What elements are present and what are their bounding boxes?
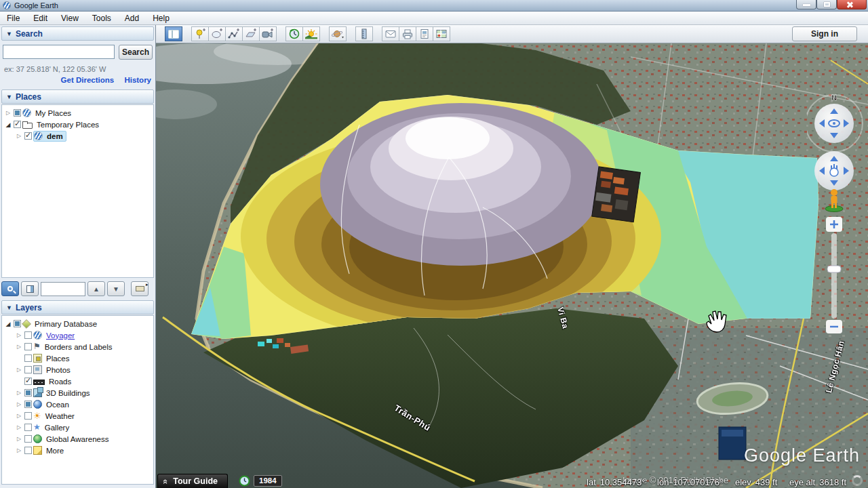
historical-imagery-clock-icon[interactable] (239, 475, 250, 487)
checkbox[interactable] (24, 447, 32, 454)
historical-imagery-button[interactable] (285, 26, 303, 41)
tree-item-label[interactable]: 3D Buildings (43, 388, 93, 398)
tree-item-label[interactable]: Places (43, 354, 73, 363)
sidebar-toggle-button[interactable] (165, 26, 182, 41)
search-button[interactable]: Search (119, 45, 153, 60)
tree-item-label[interactable]: Temporary Places (34, 120, 102, 129)
tree-item-label[interactable]: Gallery (42, 423, 72, 432)
layers-item-borders-and-labels[interactable]: ▷ ⚑ Borders and Labels (13, 341, 153, 352)
expander-icon[interactable]: ▷ (16, 344, 22, 350)
tree-item-label[interactable]: Voyager (43, 331, 77, 340)
add-path-button[interactable] (225, 26, 243, 41)
checkbox[interactable] (14, 320, 21, 327)
tree-item-label[interactable]: Ocean (43, 400, 72, 409)
navigation-controls[interactable]: N (807, 92, 864, 377)
expander-icon[interactable]: ▷ (16, 332, 22, 338)
menu-help[interactable]: Help (146, 12, 176, 24)
restore-button[interactable] (816, 0, 837, 9)
tree-item-label[interactable]: dem (44, 131, 66, 141)
move-up-button[interactable]: ▲ (87, 281, 105, 296)
add-image-overlay-button[interactable] (242, 26, 260, 41)
checkbox[interactable] (24, 424, 32, 431)
tree-item-label[interactable]: Global Awareness (43, 434, 111, 444)
menu-view[interactable]: View (54, 12, 85, 24)
places-item-dem[interactable]: ▷ dem (13, 130, 153, 142)
layers-item-ocean[interactable]: ▷ Ocean (13, 399, 153, 410)
search-input[interactable] (3, 45, 115, 59)
zoom-track[interactable] (831, 233, 837, 319)
sign-in-button[interactable]: Sign in (792, 26, 857, 41)
email-button[interactable] (382, 26, 399, 41)
expander-icon[interactable]: ▷ (16, 401, 22, 407)
tree-item-label[interactable]: Primary Database (32, 319, 100, 329)
move-down-button[interactable]: ▼ (107, 281, 125, 296)
tree-item-label[interactable]: My Places (33, 108, 74, 118)
show-profile-button[interactable] (21, 281, 39, 296)
layers-item-primary-database[interactable]: ◢ Primary Database (2, 318, 153, 329)
move-joystick[interactable] (814, 151, 854, 190)
view-in-google-maps-button[interactable] (433, 26, 450, 41)
get-directions-link[interactable]: Get Directions (61, 76, 115, 84)
checkbox[interactable] (24, 343, 32, 350)
close-button[interactable] (837, 0, 867, 9)
minimize-button[interactable] (796, 0, 816, 9)
zoom-handle[interactable] (827, 266, 841, 272)
save-image-button[interactable] (416, 26, 433, 41)
places-filter-input[interactable] (41, 282, 85, 296)
expander-icon[interactable]: ◢ (5, 121, 12, 128)
ruler-button[interactable] (355, 26, 373, 41)
zoom-slider[interactable] (826, 217, 842, 333)
layers-item-more[interactable]: ▷ More (13, 445, 153, 456)
expander-icon[interactable]: ▷ (16, 447, 22, 453)
layers-item-gallery[interactable]: ▷ ★ Gallery (13, 422, 153, 433)
expander-icon[interactable]: ▷ (16, 436, 22, 442)
checkbox[interactable] (24, 132, 32, 140)
history-link[interactable]: History (124, 76, 151, 84)
expander-icon[interactable]: ▷ (16, 133, 22, 139)
checkbox[interactable] (24, 389, 32, 396)
add-polygon-button[interactable] (208, 26, 226, 41)
layers-item-places[interactable]: Places (13, 352, 153, 364)
search-places-button[interactable] (1, 281, 19, 296)
expander-icon[interactable]: ▷ (16, 413, 22, 419)
tree-item-label[interactable]: More (43, 446, 66, 455)
places-item-my-places[interactable]: ▷ My Places (2, 107, 153, 119)
pegman[interactable] (825, 189, 843, 212)
places-panel-header[interactable]: ▼ Places (1, 89, 154, 104)
tree-item-label[interactable]: Roads (46, 377, 74, 386)
tree-item-label[interactable]: Photos (43, 365, 73, 375)
layers-item-photos[interactable]: ▷ Photos (13, 364, 153, 375)
checkbox[interactable] (24, 412, 32, 420)
checkbox[interactable] (14, 121, 21, 128)
checkbox[interactable] (24, 331, 32, 339)
checkbox[interactable] (24, 366, 32, 373)
tree-item-label[interactable]: Weather (43, 411, 77, 421)
menu-file[interactable]: File (0, 12, 26, 24)
expander-icon[interactable]: ▷ (16, 367, 22, 373)
checkbox[interactable] (14, 109, 21, 117)
layers-item-weather[interactable]: ▷ ☀ Weather (13, 410, 153, 422)
sunlight-button[interactable] (302, 26, 320, 41)
expander-icon[interactable]: ◢ (5, 321, 12, 327)
look-joystick[interactable] (814, 104, 854, 143)
menu-add[interactable]: Add (118, 12, 146, 24)
expander-icon[interactable]: ▷ (16, 424, 22, 430)
layers-item-voyager[interactable]: ▷ Voyager (13, 329, 153, 341)
layers-item-roads[interactable]: Roads (13, 375, 153, 387)
expander-icon[interactable]: ▷ (16, 390, 22, 396)
layers-panel-header[interactable]: ▼ Layers (1, 300, 154, 314)
layers-item-3d-buildings[interactable]: ▷ 3D Buildings (13, 387, 153, 399)
checkbox[interactable] (24, 401, 32, 408)
search-panel-header[interactable]: ▼ Search (1, 26, 154, 41)
folder-actions-button[interactable] (131, 281, 149, 296)
add-placemark-button[interactable] (191, 26, 209, 41)
checkbox[interactable] (24, 354, 32, 362)
print-button[interactable] (399, 26, 416, 41)
planets-button[interactable] (329, 26, 347, 41)
layers-item-global-awareness[interactable]: ▷ Global Awareness (13, 433, 153, 445)
map-viewport[interactable]: Vi Ba Trần-Phú Hùng Vương Bà Triệu Lê Ng… (156, 43, 868, 488)
menu-tools[interactable]: Tools (85, 12, 118, 24)
tree-item-label[interactable]: Borders and Labels (42, 342, 115, 352)
menu-edit[interactable]: Edit (26, 12, 54, 24)
tour-guide-button[interactable]: « Tour Guide (157, 474, 228, 488)
